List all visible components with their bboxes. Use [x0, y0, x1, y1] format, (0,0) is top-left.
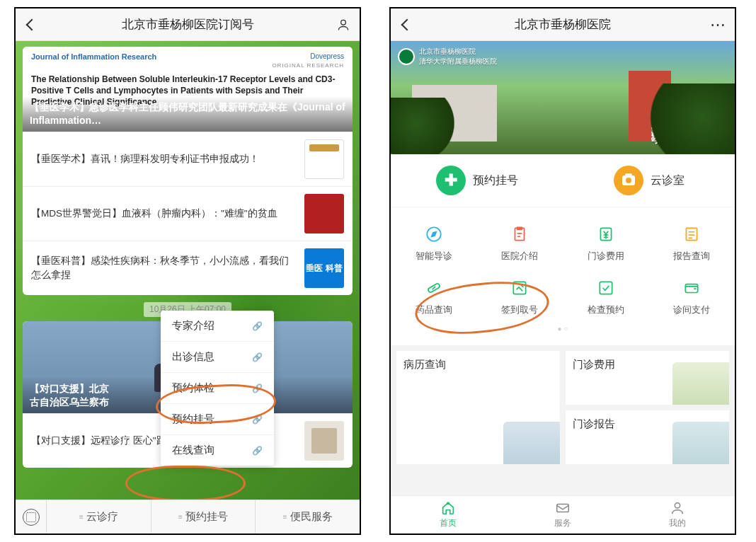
left-phone: 北京市垂杨柳医院订阅号 Journal of Inflammation Rese…: [14, 7, 361, 535]
list-item[interactable]: 【垂医学术】喜讯！病理科发明专利证书申报成功！: [23, 132, 353, 186]
link-icon: 🔗: [252, 384, 263, 393]
grid-exam-reserve[interactable]: 检查预约: [563, 270, 649, 323]
yen-icon: [595, 223, 617, 246]
tile-medical-record[interactable]: 病历查询: [396, 351, 560, 464]
menu-item-schedule[interactable]: 出诊信息🔗: [161, 342, 274, 373]
tab-register[interactable]: ≡预约挂号: [151, 500, 256, 534]
hospital-banner: 北京市垂杨柳医院 清华大学附属垂杨柳医院 清華大學: [391, 41, 735, 154]
page-indicator: ● ○: [391, 325, 735, 333]
menu-bars-icon: ≡: [178, 513, 183, 521]
tile-label: 门诊费用: [573, 358, 615, 370]
primary-cloud-clinic[interactable]: 云诊室: [563, 166, 735, 195]
journal-name: Journal of Inflammation Research: [31, 52, 156, 61]
nav-label: 首页: [440, 517, 457, 529]
svg-rect-7: [600, 282, 612, 294]
primary-label: 云诊室: [651, 173, 685, 188]
grid-row: 药品查询 签到取号 检查预约 诊间支付: [391, 270, 735, 323]
link-icon: 🔗: [252, 352, 263, 362]
user-icon: [670, 500, 685, 516]
menu-label: 预约挂号: [172, 413, 214, 426]
tile-column: 门诊费用 门诊报告: [566, 351, 729, 464]
tree-graphic: [391, 98, 454, 154]
thumbnail-icon: 垂医 科普: [304, 248, 344, 288]
menu-item-checkup[interactable]: 预约体检🔗: [161, 373, 274, 404]
overlay-part: 古自治区乌兰察布: [30, 396, 109, 408]
tab-cloud[interactable]: ≡云诊疗: [47, 500, 151, 534]
grid-label: 医院介绍: [501, 250, 538, 263]
nav-mine[interactable]: 我的: [620, 496, 735, 534]
tile-column: 病历查询: [396, 351, 560, 464]
tile-outpatient-report[interactable]: 门诊报告: [566, 410, 729, 464]
menu-item-expert[interactable]: 专家介绍🔗: [161, 311, 274, 342]
tile-illustration: [672, 422, 729, 464]
hero-overlay-text: 【垂医学术】急诊医学科主任顾伟研究团队最新研究成果在《Journal of In…: [23, 96, 353, 132]
menu-label: 在线查询: [172, 444, 214, 457]
menu-label: 专家介绍: [172, 319, 214, 333]
tile-illustration: [503, 422, 560, 464]
grid-label: 诊间支付: [673, 304, 710, 316]
overlay-part: 【对口支援】北京: [30, 383, 109, 394]
svg-point-0: [341, 20, 346, 25]
menu-item-register[interactable]: 预约挂号🔗: [161, 404, 274, 435]
left-body: Journal of Inflammation Research Dovepre…: [16, 41, 360, 500]
mail-icon: [555, 500, 571, 516]
grid-checkin[interactable]: 签到取号: [477, 270, 563, 323]
menu-item-query[interactable]: 在线查询🔗: [161, 435, 274, 466]
nav-label: 我的: [669, 517, 686, 529]
page-title-right: 北京市垂杨柳医院: [415, 16, 711, 33]
plus-icon: ✚: [436, 166, 466, 195]
page-title-left: 北京市垂杨柳医院订阅号: [40, 16, 336, 33]
header-left: 北京市垂杨柳医院订阅号: [16, 8, 360, 41]
grid-hospital-intro[interactable]: 医院介绍: [477, 216, 563, 270]
grid-report-query[interactable]: 报告查询: [649, 216, 735, 270]
article-card-1[interactable]: Journal of Inflammation Research Dovepre…: [23, 47, 353, 295]
nav-label: 服务: [554, 517, 571, 529]
profile-icon[interactable]: [336, 17, 351, 33]
bottom-bar-left: ≡云诊疗 ≡预约挂号 ≡便民服务: [16, 500, 360, 534]
menu-bars-icon: ≡: [283, 513, 287, 521]
edit-icon: [508, 277, 531, 299]
grid-clinic-pay[interactable]: 诊间支付: [649, 270, 735, 323]
bottom-nav-right: 首页 服务 我的: [391, 495, 735, 534]
grid-label: 检查预约: [588, 304, 624, 316]
grid-label: 报告查询: [673, 250, 710, 263]
hospital-logo: 北京市垂杨柳医院 清华大学附属垂杨柳医院: [398, 47, 497, 67]
nav-service[interactable]: 服务: [505, 496, 620, 534]
thumbnail-icon: [304, 421, 344, 461]
svg-rect-9: [557, 504, 569, 512]
menu-label: 出诊信息: [172, 350, 214, 364]
publisher-name: Dovepress: [310, 52, 344, 60]
check-icon: [595, 277, 617, 299]
link-icon: 🔗: [252, 321, 263, 331]
primary-actions: ✚ 预约挂号 云诊室: [391, 154, 735, 207]
grid-drug-query[interactable]: 药品查询: [391, 270, 477, 323]
header-right: 北京市垂杨柳医院: [391, 8, 735, 41]
primary-label: 预约挂号: [473, 173, 518, 188]
tile-illustration: [672, 362, 729, 405]
logo-text: 北京市垂杨柳医院 清华大学附属垂杨柳医院: [419, 47, 497, 67]
tile-outpatient-fee[interactable]: 门诊费用: [566, 351, 729, 405]
tab-service[interactable]: ≡便民服务: [256, 500, 360, 534]
primary-register[interactable]: ✚ 预约挂号: [391, 166, 563, 195]
grid-smart-guide[interactable]: 智能导诊: [391, 216, 477, 270]
feature-grid: 智能导诊 医院介绍 门诊费用 报告查询 药品查询 签到取号 检查预约 诊间支付 …: [391, 207, 735, 345]
item-text: 【MDS世界警觉日】血液科（肿瘤内科）："难缠"的贫血: [31, 207, 304, 221]
back-icon[interactable]: [24, 17, 40, 33]
tile-section: 病历查询 门诊费用 门诊报告: [391, 345, 735, 470]
list-item[interactable]: 【垂医科普】感染性疾病科：秋冬季节，小小流感，看我们怎么拿捏 垂医 科普: [23, 241, 353, 295]
grid-label: 签到取号: [501, 304, 538, 316]
back-icon[interactable]: [399, 17, 415, 33]
list-item[interactable]: 【MDS世界警觉日】血液科（肿瘤内科）："难缠"的贫血: [23, 186, 353, 241]
logo-badge-icon: [398, 48, 415, 65]
right-body: 北京市垂杨柳医院 清华大学附属垂杨柳医院 清華大學 ✚ 预约挂号 云诊室 智能导…: [391, 41, 735, 495]
more-icon[interactable]: [711, 17, 726, 33]
keyboard-toggle[interactable]: [16, 500, 47, 534]
nav-home[interactable]: 首页: [391, 496, 505, 534]
item-text: 【垂医学术】喜讯！病理科发明专利证书申报成功！: [31, 152, 304, 166]
grid-outpatient-fee[interactable]: 门诊费用: [563, 216, 649, 270]
tab-label: 预约挂号: [185, 510, 228, 524]
grid-label: 智能导诊: [416, 250, 452, 263]
report-icon: [680, 223, 703, 246]
item-text: 【垂医科普】感染性疾病科：秋冬季节，小小流感，看我们怎么拿捏: [31, 254, 304, 283]
menu-bars-icon: ≡: [79, 513, 84, 521]
